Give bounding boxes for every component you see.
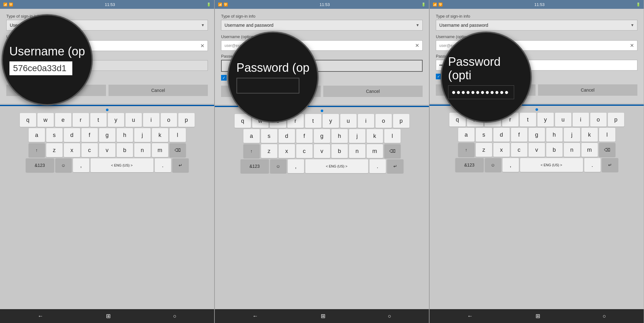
key-b-3[interactable]: b — [546, 143, 563, 157]
key-b-1[interactable]: b — [117, 143, 133, 157]
key-h-1[interactable]: h — [117, 128, 133, 142]
key-d-3[interactable]: d — [493, 128, 510, 142]
key-t-1[interactable]: t — [90, 113, 107, 127]
key-y-2[interactable]: y — [323, 114, 339, 128]
key-x-2[interactable]: x — [279, 144, 295, 158]
key-u-1[interactable]: u — [125, 113, 142, 127]
key-z-1[interactable]: z — [46, 143, 63, 157]
key-s-3[interactable]: s — [476, 128, 492, 142]
key-n-3[interactable]: n — [564, 143, 580, 157]
key-f-2[interactable]: f — [296, 129, 313, 143]
key-i-2[interactable]: i — [358, 114, 374, 128]
key-shift-2[interactable]: ↑ — [243, 144, 260, 158]
key-num-3[interactable]: &123 — [455, 158, 484, 172]
key-v-1[interactable]: v — [99, 143, 115, 157]
key-p-3[interactable]: p — [608, 113, 624, 127]
key-k-2[interactable]: k — [367, 129, 383, 143]
key-s-2[interactable]: s — [261, 129, 277, 143]
key-o-3[interactable]: o — [590, 113, 607, 127]
key-p-1[interactable]: p — [178, 113, 195, 127]
key-n-2[interactable]: n — [349, 144, 365, 158]
key-i-1[interactable]: i — [143, 113, 159, 127]
key-backspace-3[interactable]: ⌫ — [599, 143, 615, 157]
key-f-1[interactable]: f — [81, 128, 98, 142]
key-y-3[interactable]: y — [537, 113, 554, 127]
key-enter-1[interactable]: ↵ — [172, 158, 189, 172]
key-b-2[interactable]: b — [331, 144, 348, 158]
nav-search-3[interactable]: ○ — [597, 310, 613, 322]
key-f-3[interactable]: f — [511, 128, 527, 142]
key-period-3[interactable]: . — [584, 158, 601, 172]
key-k-3[interactable]: k — [581, 128, 598, 142]
key-p-2[interactable]: p — [393, 114, 409, 128]
key-a-3[interactable]: a — [458, 128, 475, 142]
key-z-3[interactable]: z — [476, 143, 492, 157]
key-enter-3[interactable]: ↵ — [602, 158, 618, 172]
key-d-2[interactable]: d — [279, 129, 295, 143]
key-period-2[interactable]: . — [369, 159, 386, 173]
key-emoji-2[interactable]: ☺ — [270, 159, 286, 173]
key-backspace-1[interactable]: ⌫ — [169, 143, 186, 157]
key-a-1[interactable]: a — [29, 128, 45, 142]
key-num-2[interactable]: &123 — [241, 159, 269, 173]
key-x-3[interactable]: x — [493, 143, 510, 157]
remember-checkbox-2[interactable]: ✓ — [221, 75, 227, 81]
key-num-1[interactable]: &123 — [26, 158, 54, 172]
key-comma-3[interactable]: , — [502, 158, 519, 172]
key-j-3[interactable]: j — [564, 128, 580, 142]
key-space-3[interactable]: < ENG (US) > — [520, 158, 583, 172]
nav-home-1[interactable]: ⊞ — [100, 310, 117, 322]
key-o-2[interactable]: o — [375, 114, 392, 128]
key-o-1[interactable]: o — [161, 113, 177, 127]
key-m-2[interactable]: m — [367, 144, 383, 158]
key-h-3[interactable]: h — [546, 128, 563, 142]
dropdown-container-2[interactable]: Username and password ▼ — [221, 20, 423, 31]
key-q-1[interactable]: q — [20, 113, 36, 127]
key-t-2[interactable]: t — [305, 114, 321, 128]
key-backspace-2[interactable]: ⌫ — [384, 144, 401, 158]
dropdown-container-3[interactable]: Username and password ▼ — [436, 20, 637, 31]
key-c-3[interactable]: c — [511, 143, 527, 157]
cancel-button-3[interactable]: Cancel — [538, 84, 638, 96]
key-n-1[interactable]: n — [134, 143, 151, 157]
key-g-2[interactable]: g — [314, 129, 330, 143]
key-i-3[interactable]: i — [573, 113, 589, 127]
key-z-2[interactable]: z — [261, 144, 277, 158]
key-j-2[interactable]: j — [349, 129, 365, 143]
key-u-2[interactable]: u — [340, 114, 357, 128]
key-shift-1[interactable]: ↑ — [29, 143, 45, 157]
key-e-1[interactable]: e — [55, 113, 71, 127]
key-y-1[interactable]: y — [108, 113, 124, 127]
key-c-2[interactable]: c — [296, 144, 313, 158]
key-j-1[interactable]: j — [134, 128, 151, 142]
key-m-1[interactable]: m — [152, 143, 168, 157]
key-w-1[interactable]: w — [37, 113, 54, 127]
key-comma-2[interactable]: , — [288, 159, 304, 173]
key-v-2[interactable]: v — [314, 144, 330, 158]
key-s-1[interactable]: s — [46, 128, 63, 142]
key-g-3[interactable]: g — [529, 128, 545, 142]
username-clear-btn-1[interactable]: ✕ — [197, 41, 208, 51]
key-comma-1[interactable]: , — [73, 158, 89, 172]
key-space-1[interactable]: < ENG (US) > — [91, 158, 153, 172]
key-u-3[interactable]: u — [555, 113, 571, 127]
dropdown-select-2[interactable]: Username and password — [221, 20, 423, 31]
key-g-1[interactable]: g — [99, 128, 115, 142]
key-q-2[interactable]: q — [235, 114, 251, 128]
dropdown-select-3[interactable]: Username and password — [436, 20, 637, 31]
nav-search-1[interactable]: ○ — [167, 310, 183, 322]
key-l-2[interactable]: l — [384, 129, 401, 143]
username-clear-btn-3[interactable]: ✕ — [627, 41, 637, 50]
key-space-2[interactable]: < ENG (US) > — [305, 159, 368, 173]
key-l-1[interactable]: l — [169, 128, 186, 142]
key-a-2[interactable]: a — [243, 129, 260, 143]
cancel-button-2[interactable]: Cancel — [323, 86, 423, 97]
nav-back-3[interactable]: ← — [461, 310, 479, 322]
key-x-1[interactable]: x — [64, 143, 80, 157]
key-emoji-1[interactable]: ☺ — [55, 158, 72, 172]
nav-search-2[interactable]: ○ — [382, 310, 398, 322]
key-r-1[interactable]: r — [73, 113, 89, 127]
key-v-3[interactable]: v — [529, 143, 545, 157]
username-clear-btn-2[interactable]: ✕ — [412, 41, 422, 50]
key-l-3[interactable]: l — [599, 128, 615, 142]
